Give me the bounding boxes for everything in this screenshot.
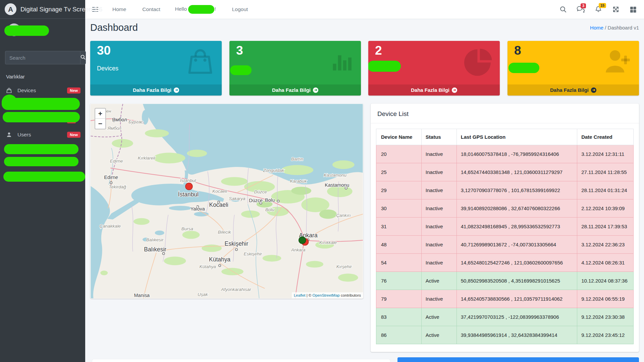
- device-name-cell: 25: [376, 163, 422, 181]
- openstreetmap-link[interactable]: OpenStreetMap: [313, 293, 340, 297]
- map-label: Çankırı: [336, 213, 351, 218]
- bottom-card-right: [397, 357, 639, 362]
- grid-menu-icon[interactable]: [630, 6, 637, 13]
- leaflet-link[interactable]: Leaflet: [294, 293, 306, 297]
- gps-cell: 40,71269989013672 , -74,0073013305664: [457, 236, 577, 254]
- map-device-marker[interactable]: [299, 237, 306, 244]
- map-label: Kütahya: [200, 264, 216, 269]
- map-label: Afyonkarahisar: [221, 287, 251, 292]
- device-row: 20Inactive18,01460075378418 , -76,798599…: [376, 145, 634, 163]
- redaction-username: [188, 5, 214, 14]
- more-info-link[interactable]: Daha Fazla Bilgi➜: [229, 84, 361, 96]
- nav-link-logout[interactable]: Logout: [232, 6, 248, 12]
- search-icon: [80, 55, 86, 61]
- sidebar-item-devices[interactable]: Devices New: [5, 84, 80, 97]
- brand-title: Digital Signage Tv Screen 2.6: [20, 6, 102, 13]
- sidebar-search-input[interactable]: [5, 51, 80, 64]
- info-box-value: 3: [236, 44, 243, 58]
- messages-icon[interactable]: 3: [577, 6, 585, 13]
- date-cell: 10.12.2024 08:37:36: [577, 272, 634, 290]
- device-name-cell: 48: [376, 236, 422, 254]
- redaction-menu-item: [2, 98, 80, 110]
- device-name-cell: 76: [376, 272, 422, 290]
- map-device-marker[interactable]: [185, 183, 193, 190]
- map-label: Kırıkkale: [319, 240, 337, 245]
- map-label: Bartın: [291, 157, 303, 162]
- zoom-out-button[interactable]: −: [95, 119, 105, 129]
- user-icon: [5, 132, 13, 138]
- map-label: İstanbul: [178, 191, 199, 198]
- status-cell: Inactive: [421, 163, 457, 181]
- map-label: Kırşehir: [336, 264, 352, 269]
- redaction-menu-item: [4, 144, 78, 154]
- map-label: Kırklareli: [138, 156, 156, 161]
- notifications-badge: 15: [599, 3, 606, 8]
- map-label: Sakarya: [229, 196, 246, 201]
- map-label: Бургас: [128, 119, 143, 124]
- info-box-value: 30: [97, 44, 111, 58]
- info-box-value: 8: [514, 44, 521, 58]
- date-cell: 3.12.2024 22:36:23: [577, 236, 634, 254]
- redaction-menu-item: [3, 112, 80, 122]
- map-label: Ankara: [291, 247, 306, 252]
- map-label: Eskişehir: [225, 240, 249, 247]
- shopping-bag-icon: [185, 46, 216, 78]
- nav-link-contact[interactable]: Contact: [142, 6, 160, 12]
- map-label: Karabük: [290, 179, 307, 184]
- gps-cell: 3,127070903778076 , 101,67815399169922: [457, 181, 577, 199]
- more-info-link[interactable]: Daha Fazla Bilgi➜: [507, 84, 639, 96]
- map-label: Bursa: [181, 226, 194, 231]
- map-label: Bilecik: [218, 230, 231, 235]
- date-cell: 28.11.2024 17:39:53: [577, 218, 634, 236]
- device-list-card: Device List Device Name Status Last GPS …: [371, 104, 639, 352]
- redaction-menu-item: [4, 157, 78, 166]
- leaflet-map[interactable]: İstanbulİstanbulKocaeliKocaeliSakaryaDüz…: [91, 104, 363, 298]
- map-label: Kocaeli: [209, 201, 228, 208]
- redaction-menu-item: [3, 172, 85, 182]
- device-table-body: 20Inactive18,01460075378418 , -76,798599…: [376, 145, 634, 344]
- gps-cell: 39,93844985961914 , 32,64328384399414: [457, 326, 577, 344]
- status-cell: Inactive: [421, 254, 457, 272]
- device-name-cell: 86: [376, 326, 422, 344]
- breadcrumb-home-link[interactable]: Home: [590, 25, 603, 31]
- status-cell: Inactive: [421, 145, 457, 163]
- status-cell: Active: [421, 308, 457, 326]
- brand[interactable]: A Digital Signage Tv Screen 2.6: [0, 0, 85, 19]
- nav-link-home[interactable]: Home: [112, 6, 126, 12]
- map-label: Yalova: [191, 206, 205, 212]
- device-row: 25Inactive14,652474403381348 , 121,03600…: [376, 163, 634, 181]
- date-cell: 4.12.2024 08:26:31: [577, 254, 634, 272]
- screen: A Digital Signage Tv Screen 2.6 Varlıkla…: [0, 0, 644, 362]
- map-town-dot: [110, 182, 112, 184]
- map-label: Kastamonu: [324, 173, 347, 178]
- navbar-search-icon[interactable]: [560, 6, 567, 13]
- device-name-cell: 20: [376, 145, 422, 163]
- more-info-link[interactable]: Daha Fazla Bilgi➜: [368, 84, 500, 96]
- more-info-link[interactable]: Daha Fazla Bilgi➜: [90, 84, 222, 96]
- zoom-in-button[interactable]: +: [95, 109, 105, 119]
- device-name-cell: 79: [376, 290, 422, 308]
- map-zoom-control: + −: [95, 108, 106, 129]
- status-cell: Inactive: [421, 290, 457, 308]
- map-label: Edirne: [104, 175, 118, 180]
- sidebar-item-users[interactable]: Users New: [5, 129, 80, 141]
- info-box-yellow: 8 Daha Fazla Bilgi➜: [507, 41, 639, 96]
- info-box-value: 2: [375, 44, 382, 58]
- arrow-circle-right-icon: ➜: [174, 87, 179, 93]
- info-box-devices: 30 Devices Daha Fazla Bilgi➜: [90, 41, 222, 96]
- map-label: Balıkesir: [144, 246, 166, 253]
- gps-cell: 14,652480125427246 , 121,03602600097656: [457, 254, 577, 272]
- sidebar-item-label: Devices: [17, 87, 36, 94]
- notifications-bell-icon[interactable]: 15: [595, 6, 602, 13]
- sidebar-search-button[interactable]: [80, 51, 86, 64]
- gps-cell: 14,652474403381348 , 121,03600311279297: [457, 163, 577, 181]
- device-row: 79Inactive14,652405738830566 , 121,03579…: [376, 290, 634, 308]
- nav-link-hello[interactable]: Hello !: [175, 5, 216, 14]
- map-label: Manisa: [134, 293, 150, 298]
- status-cell: Active: [421, 326, 457, 344]
- fullscreen-icon[interactable]: [612, 6, 620, 13]
- arrow-circle-right-icon: ➜: [313, 87, 318, 93]
- new-badge: New: [67, 132, 80, 138]
- map-label: Çanakkale: [99, 224, 121, 229]
- gps-cell: 37,4219970703125 , -122,08399963378906: [457, 308, 577, 326]
